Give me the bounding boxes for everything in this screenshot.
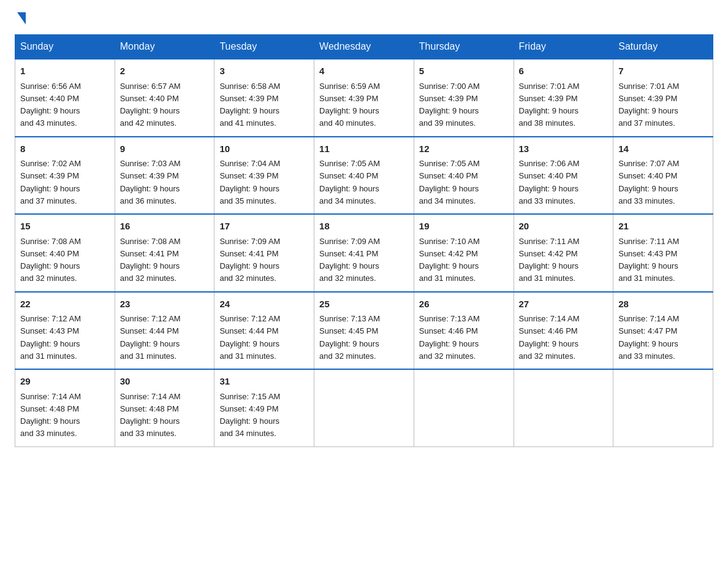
header-monday: Monday xyxy=(115,35,214,59)
day-number: 13 xyxy=(519,142,609,156)
day-info: Sunrise: 7:14 AMSunset: 4:48 PMDaylight:… xyxy=(120,392,181,439)
day-number: 7 xyxy=(618,64,708,79)
calendar-cell xyxy=(613,369,713,446)
calendar-cell: 10 Sunrise: 7:04 AMSunset: 4:39 PMDaylig… xyxy=(214,137,314,215)
week-row-2: 8 Sunrise: 7:02 AMSunset: 4:39 PMDayligh… xyxy=(15,137,713,215)
day-info: Sunrise: 7:11 AMSunset: 4:42 PMDaylight:… xyxy=(519,237,580,283)
day-number: 22 xyxy=(20,297,110,312)
day-info: Sunrise: 7:06 AMSunset: 4:40 PMDaylight:… xyxy=(519,159,580,205)
logo xyxy=(15,15,26,25)
calendar-cell: 31 Sunrise: 7:15 AMSunset: 4:49 PMDaylig… xyxy=(214,369,314,446)
week-row-4: 22 Sunrise: 7:12 AMSunset: 4:43 PMDaylig… xyxy=(15,292,713,370)
week-row-1: 1 Sunrise: 6:56 AMSunset: 4:40 PMDayligh… xyxy=(15,59,713,137)
day-info: Sunrise: 7:15 AMSunset: 4:49 PMDaylight:… xyxy=(219,392,280,439)
calendar-cell: 16 Sunrise: 7:08 AMSunset: 4:41 PMDaylig… xyxy=(115,214,214,292)
calendar-cell: 25 Sunrise: 7:13 AMSunset: 4:45 PMDaylig… xyxy=(314,292,414,370)
calendar-cell xyxy=(414,369,514,446)
day-number: 28 xyxy=(618,297,708,312)
calendar-cell: 4 Sunrise: 6:59 AMSunset: 4:39 PMDayligh… xyxy=(314,59,414,137)
day-info: Sunrise: 7:07 AMSunset: 4:40 PMDaylight:… xyxy=(618,159,679,205)
day-info: Sunrise: 7:05 AMSunset: 4:40 PMDaylight:… xyxy=(319,159,380,205)
calendar-cell: 29 Sunrise: 7:14 AMSunset: 4:48 PMDaylig… xyxy=(15,369,115,446)
logo-triangle-icon xyxy=(17,12,26,25)
day-number: 6 xyxy=(519,64,609,79)
calendar-cell: 14 Sunrise: 7:07 AMSunset: 4:40 PMDaylig… xyxy=(613,137,713,215)
calendar-cell: 8 Sunrise: 7:02 AMSunset: 4:39 PMDayligh… xyxy=(15,137,115,215)
day-info: Sunrise: 7:14 AMSunset: 4:46 PMDaylight:… xyxy=(519,314,580,361)
calendar-cell: 3 Sunrise: 6:58 AMSunset: 4:39 PMDayligh… xyxy=(214,59,314,137)
day-info: Sunrise: 7:01 AMSunset: 4:39 PMDaylight:… xyxy=(618,82,679,128)
calendar-cell: 24 Sunrise: 7:12 AMSunset: 4:44 PMDaylig… xyxy=(214,292,314,370)
week-row-3: 15 Sunrise: 7:08 AMSunset: 4:40 PMDaylig… xyxy=(15,214,713,292)
calendar-cell: 21 Sunrise: 7:11 AMSunset: 4:43 PMDaylig… xyxy=(613,214,713,292)
day-info: Sunrise: 7:09 AMSunset: 4:41 PMDaylight:… xyxy=(219,237,280,283)
calendar-cell: 23 Sunrise: 7:12 AMSunset: 4:44 PMDaylig… xyxy=(115,292,214,370)
day-number: 14 xyxy=(618,142,708,156)
day-number: 25 xyxy=(319,297,409,312)
calendar-cell: 26 Sunrise: 7:13 AMSunset: 4:46 PMDaylig… xyxy=(414,292,514,370)
day-number: 21 xyxy=(618,220,708,234)
calendar-header-row: SundayMondayTuesdayWednesdayThursdayFrid… xyxy=(15,35,713,59)
day-info: Sunrise: 7:12 AMSunset: 4:43 PMDaylight:… xyxy=(20,314,81,361)
day-info: Sunrise: 6:58 AMSunset: 4:39 PMDaylight:… xyxy=(219,82,280,128)
day-info: Sunrise: 7:09 AMSunset: 4:41 PMDaylight:… xyxy=(319,237,380,283)
header-friday: Friday xyxy=(514,35,613,59)
header-sunday: Sunday xyxy=(15,35,115,59)
calendar-cell: 7 Sunrise: 7:01 AMSunset: 4:39 PMDayligh… xyxy=(613,59,713,137)
day-number: 2 xyxy=(120,64,210,79)
day-number: 15 xyxy=(20,220,110,234)
day-number: 20 xyxy=(519,220,609,234)
day-number: 23 xyxy=(120,297,210,312)
calendar-cell: 19 Sunrise: 7:10 AMSunset: 4:42 PMDaylig… xyxy=(414,214,514,292)
calendar-cell: 2 Sunrise: 6:57 AMSunset: 4:40 PMDayligh… xyxy=(115,59,214,137)
calendar-cell: 1 Sunrise: 6:56 AMSunset: 4:40 PMDayligh… xyxy=(15,59,115,137)
day-number: 16 xyxy=(120,220,210,234)
day-info: Sunrise: 7:08 AMSunset: 4:40 PMDaylight:… xyxy=(20,237,81,283)
day-info: Sunrise: 7:14 AMSunset: 4:47 PMDaylight:… xyxy=(618,314,679,361)
day-number: 29 xyxy=(20,375,110,389)
day-info: Sunrise: 7:12 AMSunset: 4:44 PMDaylight:… xyxy=(219,314,280,361)
calendar-cell: 17 Sunrise: 7:09 AMSunset: 4:41 PMDaylig… xyxy=(214,214,314,292)
day-number: 5 xyxy=(419,64,509,79)
calendar-table: SundayMondayTuesdayWednesdayThursdayFrid… xyxy=(15,34,713,447)
day-number: 30 xyxy=(120,375,210,389)
day-info: Sunrise: 7:03 AMSunset: 4:39 PMDaylight:… xyxy=(120,159,181,205)
day-info: Sunrise: 7:14 AMSunset: 4:48 PMDaylight:… xyxy=(20,392,81,439)
calendar-cell: 22 Sunrise: 7:12 AMSunset: 4:43 PMDaylig… xyxy=(15,292,115,370)
day-info: Sunrise: 7:13 AMSunset: 4:45 PMDaylight:… xyxy=(319,314,380,361)
calendar-cell xyxy=(314,369,414,446)
calendar-cell: 11 Sunrise: 7:05 AMSunset: 4:40 PMDaylig… xyxy=(314,137,414,215)
calendar-cell: 30 Sunrise: 7:14 AMSunset: 4:48 PMDaylig… xyxy=(115,369,214,446)
day-info: Sunrise: 7:10 AMSunset: 4:42 PMDaylight:… xyxy=(419,237,480,283)
day-number: 24 xyxy=(219,297,309,312)
day-info: Sunrise: 7:13 AMSunset: 4:46 PMDaylight:… xyxy=(419,314,480,361)
calendar-cell: 5 Sunrise: 7:00 AMSunset: 4:39 PMDayligh… xyxy=(414,59,514,137)
day-number: 9 xyxy=(120,142,210,156)
day-number: 19 xyxy=(419,220,509,234)
page-header xyxy=(15,15,713,25)
day-info: Sunrise: 7:05 AMSunset: 4:40 PMDaylight:… xyxy=(419,159,480,205)
day-number: 4 xyxy=(319,64,409,79)
day-number: 8 xyxy=(20,142,110,156)
day-number: 10 xyxy=(219,142,309,156)
week-row-5: 29 Sunrise: 7:14 AMSunset: 4:48 PMDaylig… xyxy=(15,369,713,446)
day-number: 1 xyxy=(20,64,110,79)
header-tuesday: Tuesday xyxy=(214,35,314,59)
header-thursday: Thursday xyxy=(414,35,514,59)
header-wednesday: Wednesday xyxy=(314,35,414,59)
calendar-cell: 18 Sunrise: 7:09 AMSunset: 4:41 PMDaylig… xyxy=(314,214,414,292)
day-info: Sunrise: 7:12 AMSunset: 4:44 PMDaylight:… xyxy=(120,314,181,361)
day-info: Sunrise: 7:08 AMSunset: 4:41 PMDaylight:… xyxy=(120,237,181,283)
calendar-cell: 28 Sunrise: 7:14 AMSunset: 4:47 PMDaylig… xyxy=(613,292,713,370)
calendar-cell xyxy=(514,369,613,446)
calendar-cell: 15 Sunrise: 7:08 AMSunset: 4:40 PMDaylig… xyxy=(15,214,115,292)
day-number: 26 xyxy=(419,297,509,312)
day-info: Sunrise: 6:59 AMSunset: 4:39 PMDaylight:… xyxy=(319,82,380,128)
day-info: Sunrise: 7:01 AMSunset: 4:39 PMDaylight:… xyxy=(519,82,580,128)
calendar-cell: 6 Sunrise: 7:01 AMSunset: 4:39 PMDayligh… xyxy=(514,59,613,137)
calendar-cell: 20 Sunrise: 7:11 AMSunset: 4:42 PMDaylig… xyxy=(514,214,613,292)
day-number: 27 xyxy=(519,297,609,312)
day-info: Sunrise: 7:04 AMSunset: 4:39 PMDaylight:… xyxy=(219,159,280,205)
day-info: Sunrise: 6:56 AMSunset: 4:40 PMDaylight:… xyxy=(20,82,81,128)
day-number: 12 xyxy=(419,142,509,156)
